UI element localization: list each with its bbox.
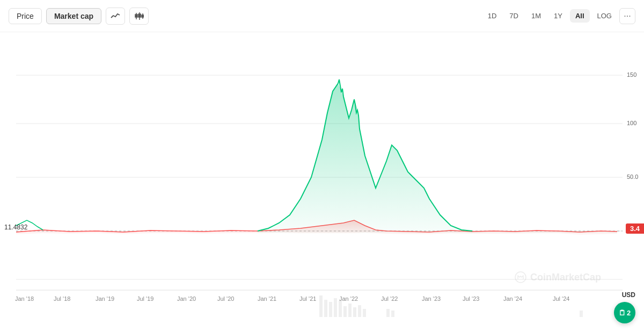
watermark: CoinMarketCap [514,271,601,284]
svg-text:150: 150 [627,71,636,78]
candlestick-icon[interactable] [129,8,149,25]
svg-text:Jul '20: Jul '20 [217,295,234,302]
svg-text:Jul '21: Jul '21 [299,295,316,302]
svg-rect-29 [391,311,394,317]
svg-rect-1 [135,15,137,17]
svg-rect-20 [329,302,332,317]
watermark-text: CoinMarketCap [530,272,601,283]
svg-rect-3 [138,14,141,17]
svg-text:Jan '18: Jan '18 [15,295,34,302]
notif-count: 2 [627,309,631,317]
svg-rect-25 [353,307,356,317]
chart-area: 150 100 50.0 [0,32,644,332]
current-value-badge: 3.4 [626,223,644,234]
line-chart-icon[interactable] [106,8,125,25]
time-7d[interactable]: 7D [504,9,524,23]
svg-text:Jan '24: Jan '24 [503,295,522,302]
svg-rect-21 [334,298,337,317]
time-log[interactable]: LOG [592,9,617,23]
svg-text:Jul '22: Jul '22 [381,295,398,302]
time-controls: 1D 7D 1M 1Y All LOG ··· [482,8,635,24]
svg-text:Jul '23: Jul '23 [463,295,479,302]
price-tab[interactable]: Price [9,8,42,24]
coinmarketcap-logo-icon [514,271,527,284]
market-cap-tab[interactable]: Market cap [46,8,101,24]
svg-text:Jan '19: Jan '19 [96,295,114,302]
time-all[interactable]: All [570,9,590,23]
svg-text:100: 100 [627,120,636,126]
currency-label: USD [622,291,635,299]
svg-point-46 [515,272,526,283]
svg-rect-18 [319,295,323,317]
svg-text:Jul '24: Jul '24 [553,295,569,302]
notif-icon: 🗒 [619,309,626,317]
svg-text:Jul '19: Jul '19 [137,295,153,302]
svg-text:Jul '18: Jul '18 [54,295,70,302]
svg-rect-30 [580,311,583,317]
svg-rect-24 [348,304,352,317]
svg-rect-19 [324,300,327,317]
more-icon: ··· [624,11,631,21]
toolbar: Price Market cap 1D 7D 1M 1Y All LOG ··· [0,0,644,32]
svg-rect-28 [386,309,390,317]
notification-badge[interactable]: 🗒 2 [614,302,635,323]
svg-rect-26 [358,305,361,317]
svg-text:50.0: 50.0 [627,174,638,180]
price-chart-svg: 150 100 50.0 [0,32,644,332]
svg-text:Jan '20: Jan '20 [177,295,196,302]
left-value-label: 11.4832 [4,223,27,231]
time-1m[interactable]: 1M [526,9,546,23]
svg-text:Jan '22: Jan '22 [339,295,358,302]
svg-rect-27 [363,309,366,317]
svg-rect-22 [339,301,342,317]
time-1d[interactable]: 1D [482,9,502,23]
svg-text:Jan '21: Jan '21 [258,295,276,302]
more-options-button[interactable]: ··· [619,8,635,24]
time-1y[interactable]: 1Y [548,9,568,23]
svg-rect-23 [343,306,347,317]
svg-text:Jan '23: Jan '23 [422,295,441,302]
svg-rect-5 [142,15,144,17]
